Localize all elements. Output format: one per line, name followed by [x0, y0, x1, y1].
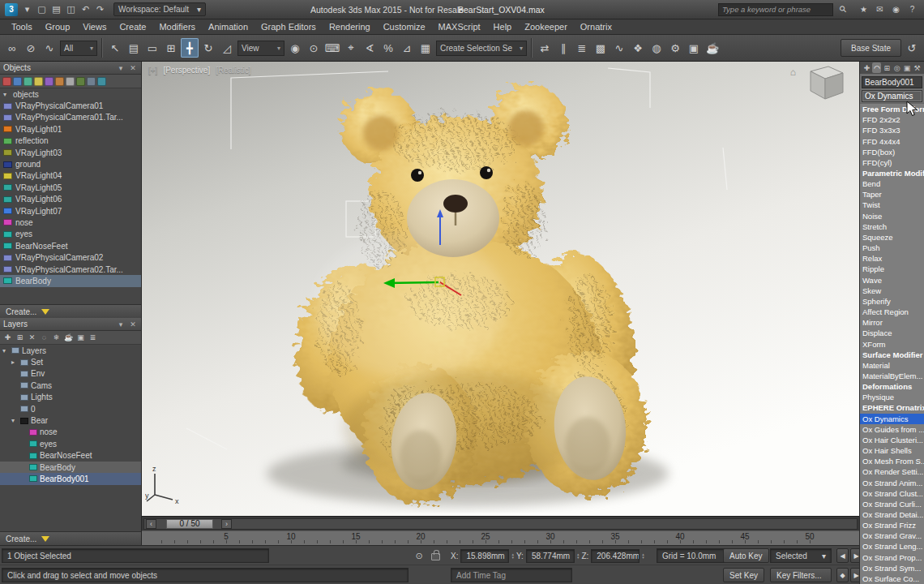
scene-object-row[interactable]: VRayPhysicalCamera02.Tar... [0, 264, 141, 275]
viewport-shading-menu[interactable]: [Realistic] [216, 66, 250, 75]
scene-object-row[interactable]: VRayPhysicalCamera01 [0, 100, 141, 111]
modifier-list-item[interactable]: Ox Dynamics [860, 414, 924, 424]
modifier-list-item[interactable]: Ox Surface Co... [860, 573, 924, 584]
modify-tab-icon[interactable]: ◠ [872, 62, 881, 73]
undo-icon[interactable]: ↶ [79, 2, 92, 16]
hierarchy-tab-icon[interactable]: ⊞ [883, 62, 892, 73]
state-sets-icon[interactable]: ↺ [903, 38, 921, 58]
expand-icon[interactable]: ▾ [3, 91, 10, 98]
select-object-icon[interactable]: ↖ [106, 38, 124, 58]
panel-menu-icon[interactable]: ▾ [116, 64, 126, 72]
key-selection-dropdown[interactable]: Selected ▾ [770, 548, 832, 563]
z-spinner[interactable]: ▴▾ [642, 552, 644, 559]
modifier-list-item[interactable]: Ox Strand Frizz [860, 520, 924, 530]
modifier-list-item[interactable]: FFD 3x3x3 [860, 125, 924, 135]
scene-object-row[interactable]: eyes [0, 229, 141, 240]
menu-item[interactable]: Rendering [323, 20, 377, 33]
menu-item[interactable]: Help [487, 20, 519, 33]
modifier-list-item[interactable]: Noise [860, 211, 924, 221]
next-frame-arrow[interactable]: › [221, 519, 232, 529]
layer-explorer-icon[interactable]: ≣ [573, 38, 591, 58]
layer-row-bear[interactable]: ▾ Bear [0, 414, 141, 426]
set-key-button[interactable]: Set Key [723, 568, 764, 582]
modifier-list-item[interactable]: Physique [860, 392, 924, 402]
modifier-list-item[interactable]: Squeeze [860, 232, 924, 243]
modifier-list-item[interactable]: Ox Guides from ... [860, 424, 924, 435]
angle-snap-icon[interactable]: ∢ [361, 38, 379, 58]
filter-lights-icon[interactable] [34, 77, 43, 86]
mirror-icon[interactable]: ⇄ [536, 38, 554, 58]
panel-menu-icon[interactable]: ▾ [116, 320, 126, 328]
scene-object-row[interactable]: VRayPhysicalCamera02 [0, 251, 141, 263]
material-editor-icon[interactable]: ◍ [648, 38, 665, 58]
filter-all-icon[interactable] [2, 77, 11, 86]
scene-object-row[interactable]: VRayLight01 [0, 123, 141, 135]
select-and-manipulate-icon[interactable]: ⊙ [305, 38, 323, 58]
key-filters-button[interactable]: Key Filters... [770, 568, 832, 582]
scene-root-row[interactable]: ▾ objects [0, 88, 141, 100]
expand-icon[interactable]: ▾ [2, 347, 9, 354]
filter-xrefs-icon[interactable] [87, 77, 96, 86]
rendered-scene[interactable] [142, 62, 859, 516]
reference-coordinate-dropdown[interactable]: View ▾ [237, 41, 284, 56]
save-file-icon[interactable]: ◫ [64, 2, 78, 16]
filter-helpers-icon[interactable] [55, 77, 64, 86]
x-coordinate-field[interactable]: 15.898mm [460, 549, 509, 563]
y-coordinate-field[interactable]: 58.774mm [526, 549, 575, 563]
delete-layer-icon[interactable]: ✕ [27, 333, 37, 343]
modifier-list-item[interactable]: Wave [860, 275, 924, 286]
render-setup-icon[interactable]: ⚙ [666, 38, 684, 58]
modifier-list-item[interactable]: Twist [860, 200, 924, 210]
menu-item[interactable]: Group [39, 20, 77, 33]
modifier-list-item[interactable]: Surface Modifier [860, 350, 924, 360]
modifier-list-item[interactable]: Parametric Modifi [860, 168, 924, 178]
y-spinner[interactable]: ▴▾ [577, 552, 580, 559]
modifier-list-item[interactable]: Ox Strand Curli... [860, 499, 924, 509]
menu-item[interactable]: Graph Editors [255, 20, 323, 33]
layer-color-icon[interactable]: ▣ [75, 333, 86, 343]
time-slider-handle[interactable]: 0 / 50 [166, 519, 213, 529]
scene-explorer-header[interactable]: Objects ▾ ✕ [0, 62, 141, 75]
selection-lock-toggle[interactable] [431, 553, 440, 560]
viewport-pov-menu[interactable]: [Perspective] [163, 66, 210, 75]
use-pivot-center-icon[interactable]: ◉ [286, 38, 304, 58]
modifier-list-item[interactable]: Ox Render Setti... [860, 466, 924, 477]
modifier-list-item[interactable]: Affect Region [860, 307, 924, 317]
motion-tab-icon[interactable]: ◎ [892, 62, 901, 73]
rendered-frame-icon[interactable]: ▣ [685, 38, 703, 58]
expand-icon[interactable]: ▾ [11, 417, 18, 424]
search-input[interactable] [718, 3, 833, 16]
filter-geometry-icon[interactable] [13, 77, 22, 86]
menu-item[interactable]: Customize [377, 20, 432, 33]
hide-layer-icon[interactable]: ◌ [39, 333, 49, 343]
scene-object-row[interactable]: BearNoseFeet [0, 240, 141, 251]
select-by-name-icon[interactable]: ▤ [125, 38, 143, 58]
layers-panel-header[interactable]: Layers ▾ ✕ [0, 318, 141, 331]
window-crossing-icon[interactable]: ⊞ [162, 38, 180, 58]
modifier-list-item[interactable]: EPHERE Ornatrix [860, 402, 924, 413]
layer-row-env[interactable]: Env [0, 368, 141, 380]
render-production-icon[interactable]: ☕ [704, 38, 721, 58]
new-scene-icon[interactable]: ▢ [35, 2, 49, 16]
track-bar[interactable]: 5101520253035404550 [142, 530, 859, 545]
scene-object-row[interactable]: VRayLight07 [0, 205, 141, 217]
modifier-list-item[interactable]: Material [860, 360, 924, 371]
application-menu-icon[interactable]: ▾ [20, 2, 34, 16]
create-tab-icon[interactable]: ✚ [862, 62, 871, 73]
render-layer-icon[interactable]: ☕ [63, 333, 74, 343]
freeze-layer-icon[interactable]: ❄ [51, 333, 62, 343]
z-coordinate-field[interactable]: 206.428mm [591, 549, 640, 563]
modifier-list-item[interactable]: XForm [860, 338, 924, 349]
select-and-move-icon[interactable]: ╋ [181, 38, 199, 58]
select-and-rotate-icon[interactable]: ↻ [199, 38, 217, 58]
time-slider-track[interactable]: ‹ 0 / 50 › [143, 518, 858, 530]
layer-row-bearnosefeet[interactable]: BearNoseFeet [0, 450, 141, 462]
modifier-list-item[interactable]: Taper [860, 189, 924, 200]
modifier-list-item[interactable]: MaterialByElem... [860, 371, 924, 381]
named-selection-set-dropdown[interactable]: Create Selection Se ▾ [436, 41, 527, 56]
spinner-snap-icon[interactable]: ⊿ [398, 38, 416, 58]
scene-object-row[interactable]: VRayPhysicalCamera01.Tar... [0, 112, 141, 123]
viewport-general-menu[interactable]: [+] [148, 66, 157, 75]
modifier-list-item[interactable]: FFD(box) [860, 147, 924, 157]
modifier-list-item[interactable]: Ox Strand Detai... [860, 509, 924, 520]
